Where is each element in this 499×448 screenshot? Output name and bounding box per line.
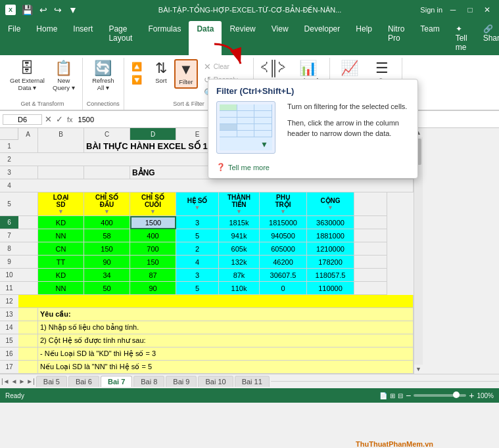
row-header-5[interactable]: 5 [0,192,18,216]
cell-d8[interactable]: 700 [130,242,176,256]
tab-data[interactable]: Data [189,21,222,55]
new-query-button[interactable]: 📋 NewQuery ▾ [49,59,78,94]
customize-btn[interactable]: ▼ [66,3,80,16]
cell-g8[interactable]: 605000 [260,242,307,256]
sort-descending-button[interactable]: 🔽 [128,74,145,86]
cell-d9[interactable]: 150 [130,256,176,269]
tell-me-more-link[interactable]: ❓ Tell me more [216,163,410,171]
cell-b16[interactable]: - Nếu Loại SD là "KD" thì Hệ số = 3 [38,347,414,361]
cell-f10[interactable]: 87k [219,269,260,282]
save-btn[interactable]: 💾 [20,3,35,16]
row-header-3[interactable]: 3 [0,166,18,179]
cell-c11[interactable]: 50 [84,282,130,295]
cell-b12[interactable] [18,295,414,308]
scroll-down-btn[interactable]: ▼ [414,365,423,374]
cell-a15[interactable] [18,334,38,347]
tab-view[interactable]: View [264,21,297,55]
cell-b1[interactable] [38,140,84,153]
cell-c8[interactable]: 150 [84,242,130,256]
tab-page-layout[interactable]: Page Layout [101,21,140,55]
cell-h5[interactable]: CỘNG ▼ [307,192,354,216]
cell-i5[interactable] [354,192,387,216]
col-header-a[interactable]: A [18,128,38,140]
row-header-13[interactable]: 13 [0,308,18,321]
view-layout-btn[interactable]: ⊞ [390,392,395,399]
cell-d6[interactable]: 1500 [130,216,176,229]
tab-help[interactable]: Help [348,21,380,55]
sort-button[interactable]: ⇅ Sort [149,59,173,86]
cell-g9[interactable]: 46200 [260,256,307,269]
cell-a10[interactable] [18,269,38,282]
tab-formulas[interactable]: Formulas [140,21,189,55]
cell-b17[interactable]: Nếu Loại SD là "NN" thì Hệ số = 5 [38,361,414,374]
zoom-slider[interactable] [414,394,466,397]
row-header-9[interactable]: 9 [0,256,18,269]
view-break-btn[interactable]: ⊟ [398,392,403,399]
row-header-7[interactable]: 7 [0,229,18,242]
sheet-tab-bai11[interactable]: Bai 11 [235,376,270,387]
cell-g6[interactable]: 1815000 [260,216,307,229]
cell-d10[interactable]: 87 [130,269,176,282]
sheet-tab-bai9[interactable]: Bai 9 [166,376,197,387]
cell-a8[interactable] [18,242,38,256]
cell-c5[interactable]: CHỈ SỐĐẦU ▼ [84,192,130,216]
cell-c9[interactable]: 90 [84,256,130,269]
cell-b15[interactable]: 2) Cột Hệ số được tính như sau: [38,334,414,347]
cell-i7[interactable] [354,229,387,242]
row-header-8[interactable]: 8 [0,242,18,256]
cell-a7[interactable] [18,229,38,242]
row-header-14[interactable]: 14 [0,321,18,334]
cell-f5[interactable]: THÀNHTIỀN ▼ [219,192,260,216]
row-header-16[interactable]: 16 [0,347,18,361]
cell-d5[interactable]: CHỈ SỐCUỐI ▼ [130,192,176,216]
cell-a5[interactable] [18,192,38,216]
cell-i10[interactable] [354,269,387,282]
col-header-b[interactable]: B [38,128,84,140]
cell-reference-input[interactable] [3,114,42,125]
sheet-nav-first[interactable]: |◄ [1,378,10,385]
cell-b13[interactable]: Yêu cầu: [38,308,414,321]
row-header-10[interactable]: 10 [0,269,18,282]
zoom-in-btn[interactable]: + [469,390,474,401]
cell-c6[interactable]: 400 [84,216,130,229]
cell-h10[interactable]: 118057.5 [307,269,354,282]
tab-nitro[interactable]: Nitro Pro [380,21,412,55]
cell-h9[interactable]: 178200 [307,256,354,269]
sheet-nav-last[interactable]: ►| [26,378,35,385]
tab-home[interactable]: Home [28,21,65,55]
cell-c3[interactable] [84,166,130,179]
cell-e8[interactable]: 2 [176,242,219,256]
sheet-tab-bai6[interactable]: Bai 6 [68,376,99,387]
cell-a3[interactable] [18,166,38,179]
row-header-6[interactable]: 6 [0,216,18,229]
cell-c10[interactable]: 34 [84,269,130,282]
filter-button[interactable]: ▼ Filter [174,59,198,89]
cell-a1[interactable] [18,140,38,153]
cell-a6[interactable] [18,216,38,229]
cell-a9[interactable] [18,256,38,269]
cell-e6[interactable]: 3 [176,216,219,229]
cell-g7[interactable]: 940500 [260,229,307,242]
cell-i6[interactable] [354,216,387,229]
redo-btn[interactable]: ↪ [52,3,64,16]
cell-a14[interactable] [18,321,38,334]
cell-h7[interactable]: 1881000 [307,229,354,242]
row-header-1[interactable]: 1 [0,140,18,153]
cell-b8[interactable]: CN [38,242,84,256]
cell-h8[interactable]: 1210000 [307,242,354,256]
cell-b7[interactable]: NN [38,229,84,242]
refresh-all-button[interactable]: 🔄 RefreshAll ▾ [89,59,118,94]
cell-d11[interactable]: 90 [130,282,176,295]
view-normal-btn[interactable]: 📄 [379,392,387,399]
tab-file[interactable]: File [0,21,28,55]
cell-e5[interactable]: HỆ SỐ ▼ [176,192,219,216]
tab-share[interactable]: 🔗 Share [475,21,499,55]
cell-f8[interactable]: 605k [219,242,260,256]
close-btn[interactable]: ✕ [481,3,494,16]
zoom-out-btn[interactable]: − [406,390,411,401]
row-header-12[interactable]: 12 [0,295,18,308]
cell-c7[interactable]: 58 [84,229,130,242]
sort-ascending-button[interactable]: 🔼 [128,60,145,73]
cell-h11[interactable]: 110000 [307,282,354,295]
col-header-d[interactable]: D [130,128,176,140]
